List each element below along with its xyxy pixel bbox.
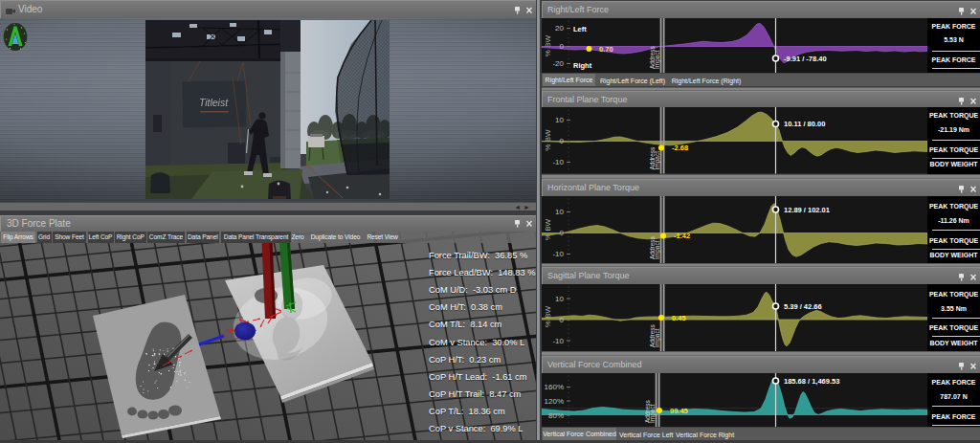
svg-text:12.89 / 102.01: 12.89 / 102.01 [784,206,830,214]
svg-text:10: 10 [555,208,564,216]
svg-text:0.70: 0.70 [599,45,613,54]
svg-text:Impact: Impact [649,404,657,423]
svg-text:Right: Right [573,61,592,70]
svg-text:0: 0 [560,229,565,237]
svg-text:5.39 / 42.66: 5.39 / 42.66 [784,302,822,311]
svg-text:10: 10 [555,295,564,303]
svg-text:-1.42: -1.42 [674,232,690,240]
svg-text:-20: -20 [552,59,564,68]
svg-text:% BW: % BW [544,34,552,56]
svg-text:-10: -10 [552,158,564,166]
svg-text:Left: Left [573,25,587,33]
svg-text:120%: 120% [545,397,564,406]
svg-text:0: 0 [560,137,565,145]
svg-text:80%: 80% [548,411,564,420]
svg-text:Impact: Impact [654,240,661,259]
svg-text:0: 0 [560,42,565,51]
svg-text:20: 20 [555,24,564,33]
svg-text:% BW: % BW [544,218,552,240]
svg-text:185.68 / 1,469.53: 185.68 / 1,469.53 [784,377,839,386]
svg-text:Impact: Impact [654,151,661,170]
svg-text:10: 10 [555,116,564,124]
svg-text:99.45: 99.45 [670,407,688,415]
svg-text:% BW: % BW [544,305,552,327]
svg-text:160%: 160% [545,383,564,391]
svg-text:Impact: Impact [654,328,661,347]
svg-text:10.11 / 80.00: 10.11 / 80.00 [784,120,825,128]
svg-text:Impact: Impact [654,50,661,69]
svg-text:-10: -10 [552,337,564,345]
svg-text:-2.68: -2.68 [672,144,688,152]
svg-text:0: 0 [560,316,565,324]
svg-text:-9.91 / -78.40: -9.91 / -78.40 [784,55,827,63]
svg-text:0.45: 0.45 [672,314,686,322]
svg-text:-10: -10 [552,250,564,258]
svg-text:% BW: % BW [544,129,552,151]
